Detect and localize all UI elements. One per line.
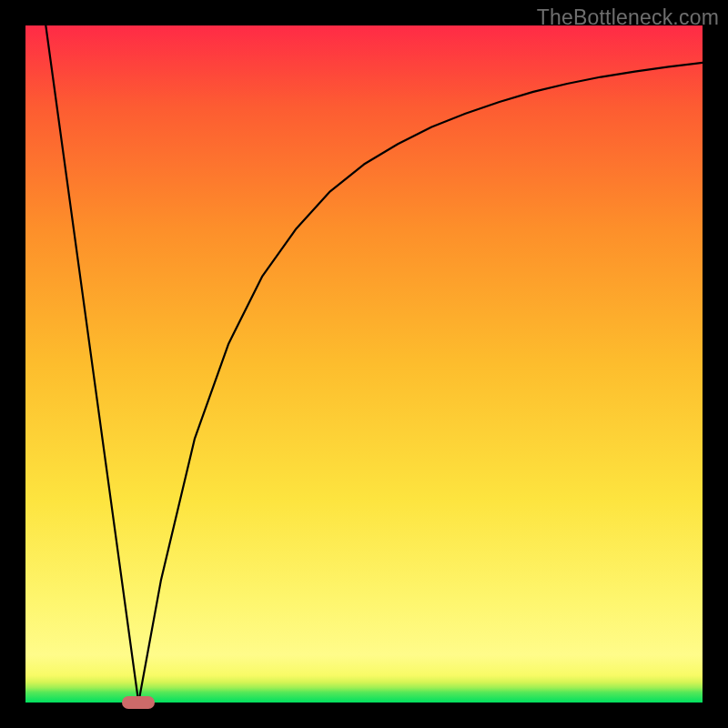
watermark-text: TheBottleneck.com bbox=[537, 5, 719, 30]
plot-area bbox=[25, 25, 703, 703]
curve-right-branch bbox=[138, 63, 703, 703]
chart-frame: TheBottleneck.com bbox=[0, 0, 728, 728]
bottleneck-curve bbox=[25, 25, 703, 703]
optimal-marker bbox=[122, 696, 155, 709]
curve-left-branch bbox=[46, 25, 138, 703]
